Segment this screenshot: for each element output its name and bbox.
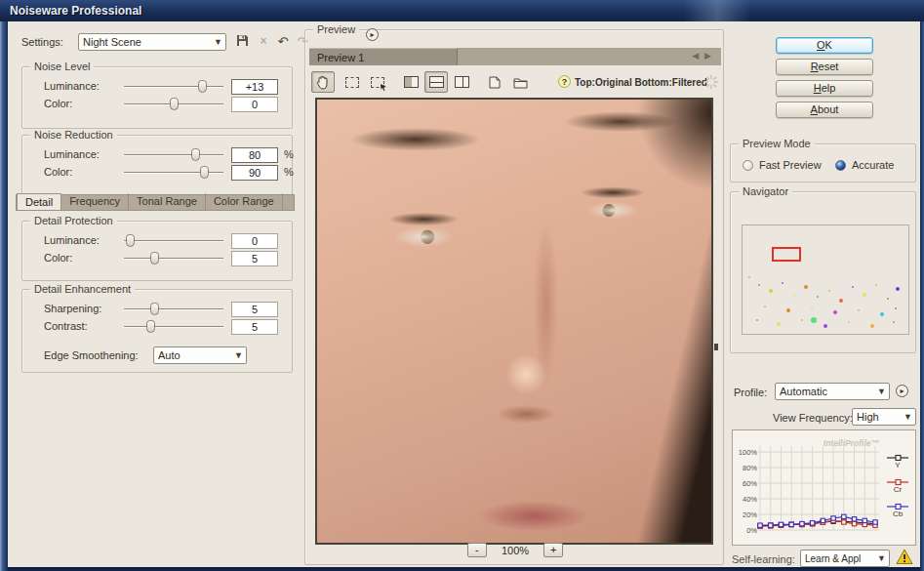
- noiseware-dialog: Settings: Night Scene ▼ × ↶ ↷ Noise Leve…: [8, 21, 920, 569]
- detail-protection-title: Detail Protection: [30, 215, 117, 226]
- slider-thumb[interactable]: [191, 148, 200, 161]
- undo-icon[interactable]: ↶: [275, 34, 291, 50]
- preview-image[interactable]: [315, 98, 713, 545]
- slider-track: [124, 172, 223, 173]
- view-split-horizontal-button[interactable]: [424, 71, 448, 93]
- slider-thumb[interactable]: [150, 303, 159, 315]
- self-learning-value: Learn & Appl: [805, 553, 861, 564]
- window-border-left: [0, 0, 8, 571]
- detail-protection-color-slider[interactable]: [124, 251, 223, 265]
- hand-icon: [316, 75, 330, 90]
- titlebar[interactable]: Noiseware Professional: [0, 0, 924, 21]
- slider-track: [124, 154, 223, 155]
- view-split-horizontal-icon: [429, 76, 444, 88]
- edge-smoothening-value: Auto: [158, 349, 181, 361]
- view-frequency-label: View Frequency:: [773, 412, 853, 424]
- tab-detail[interactable]: Detail: [17, 193, 61, 210]
- new-preview-button[interactable]: [483, 71, 506, 93]
- slider-thumb[interactable]: [146, 320, 155, 333]
- view-single-button[interactable]: [399, 71, 422, 93]
- detail-protection-luminance-slider[interactable]: [124, 233, 223, 248]
- chevron-down-icon: ▼: [904, 412, 912, 422]
- noise-reduction-color-slider[interactable]: [124, 165, 223, 180]
- navigator-view-rect[interactable]: [772, 247, 801, 262]
- detail-enhancement-title: Detail Enhancement: [30, 283, 135, 295]
- slider-thumb[interactable]: [150, 252, 159, 265]
- preview-tab-nav-arrows[interactable]: ◀▶: [692, 51, 717, 61]
- view-frequency-combo[interactable]: High ▼: [852, 408, 916, 426]
- reset-button[interactable]: Reset: [776, 59, 873, 75]
- self-learning-combo[interactable]: Learn & Appl ▼: [800, 550, 890, 567]
- help-badge-icon: ?: [558, 75, 571, 88]
- zoom-out-button[interactable]: -: [467, 543, 487, 557]
- accurate-radio[interactable]: [835, 160, 846, 171]
- delete-icon[interactable]: ×: [256, 34, 271, 50]
- noise-reduction-luminance-value[interactable]: [231, 147, 278, 163]
- noise-level-color-label: Color:: [44, 98, 72, 109]
- fast-preview-radio[interactable]: [743, 160, 753, 171]
- chevron-down-icon: ▼: [877, 387, 886, 396]
- splitter-handle[interactable]: [714, 344, 718, 350]
- profile-value: Automatic: [780, 386, 827, 397]
- preview-toolbar: ? Top:Original Bottom:Filtered: [309, 69, 721, 95]
- edge-smoothening-combo[interactable]: Auto ▼: [153, 347, 247, 364]
- slider-thumb[interactable]: [126, 234, 135, 247]
- settings-preset-combo[interactable]: Night Scene ▼: [78, 33, 226, 51]
- noise-level-color-value[interactable]: [231, 97, 278, 112]
- view-split-vertical-button[interactable]: [450, 71, 473, 93]
- ok-button[interactable]: OK: [776, 37, 873, 54]
- tab-color-range[interactable]: Color Range: [206, 193, 283, 210]
- navigator-group: Navigator: [730, 191, 916, 353]
- detail-tabbar: DetailFrequencyTonal RangeColor Range: [16, 194, 295, 211]
- noise-level-color-slider[interactable]: [124, 97, 223, 111]
- svg-text:20%: 20%: [743, 510, 757, 519]
- chevron-down-icon: ▼: [214, 37, 222, 47]
- preview-group-label: Preview: [313, 23, 359, 35]
- open-folder-button[interactable]: [508, 71, 532, 93]
- accurate-label: Accurate: [852, 159, 894, 171]
- split-mode-hint: Top:Original Bottom:Filtered: [575, 77, 707, 88]
- noise-reduction-luminance-slider[interactable]: [124, 147, 223, 162]
- slider-track: [124, 240, 223, 241]
- navigator-thumbnail[interactable]: [742, 224, 909, 335]
- slider-thumb[interactable]: [200, 166, 209, 179]
- new-page-icon: [488, 75, 502, 89]
- profile-menu-icon[interactable]: ▸: [896, 385, 908, 397]
- detail-protection-color-label: Color:: [44, 252, 72, 264]
- zoom-in-button[interactable]: +: [543, 543, 563, 557]
- detail-protection-luminance-value[interactable]: [231, 233, 278, 249]
- chevron-down-icon: ▼: [234, 350, 243, 360]
- preview-menu-icon[interactable]: ▸: [366, 28, 379, 41]
- detail-enhancement-sharpening-value[interactable]: [231, 302, 278, 317]
- view-single-icon: [404, 76, 419, 88]
- save-icon[interactable]: [234, 34, 250, 50]
- profile-label: Profile:: [734, 387, 767, 398]
- fast-preview-label: Fast Preview: [759, 159, 822, 171]
- detail-enhancement-sharpening-slider[interactable]: [124, 302, 223, 316]
- slider-thumb[interactable]: [170, 98, 179, 110]
- detail-protection-color-value[interactable]: [231, 251, 278, 266]
- help-button[interactable]: Help: [776, 80, 873, 97]
- slider-track: [124, 86, 223, 87]
- noise-level-group: Noise Level Luminance:Color:: [21, 66, 293, 129]
- svg-text:Y: Y: [895, 461, 901, 469]
- slider-thumb[interactable]: [198, 80, 207, 93]
- hand-tool-button[interactable]: [311, 71, 335, 93]
- noise-level-luminance-slider[interactable]: [124, 79, 223, 94]
- preview-mode-group: Preview Mode Fast Preview Accurate: [730, 143, 916, 183]
- detail-enhancement-contrast-slider[interactable]: [124, 319, 223, 334]
- marquee-tool-button[interactable]: [341, 71, 364, 93]
- noise-reduction-color-value[interactable]: [231, 165, 278, 181]
- noise-reduction-luminance-unit: %: [284, 148, 294, 160]
- profile-combo[interactable]: Automatic ▼: [775, 383, 890, 400]
- about-button[interactable]: About: [776, 102, 873, 118]
- noise-level-luminance-value[interactable]: [231, 79, 278, 95]
- tab-tonal-range[interactable]: Tonal Range: [129, 193, 206, 210]
- crop-select-tool-button[interactable]: [366, 71, 389, 93]
- detail-protection-luminance-label: Luminance:: [44, 234, 100, 246]
- preview-mode-title: Preview Mode: [739, 138, 815, 149]
- self-learning-label: Self-learning:: [732, 553, 795, 565]
- detail-enhancement-contrast-value[interactable]: [231, 319, 278, 335]
- tab-preview-1[interactable]: Preview 1: [309, 48, 458, 65]
- tab-frequency[interactable]: Frequency: [61, 193, 129, 210]
